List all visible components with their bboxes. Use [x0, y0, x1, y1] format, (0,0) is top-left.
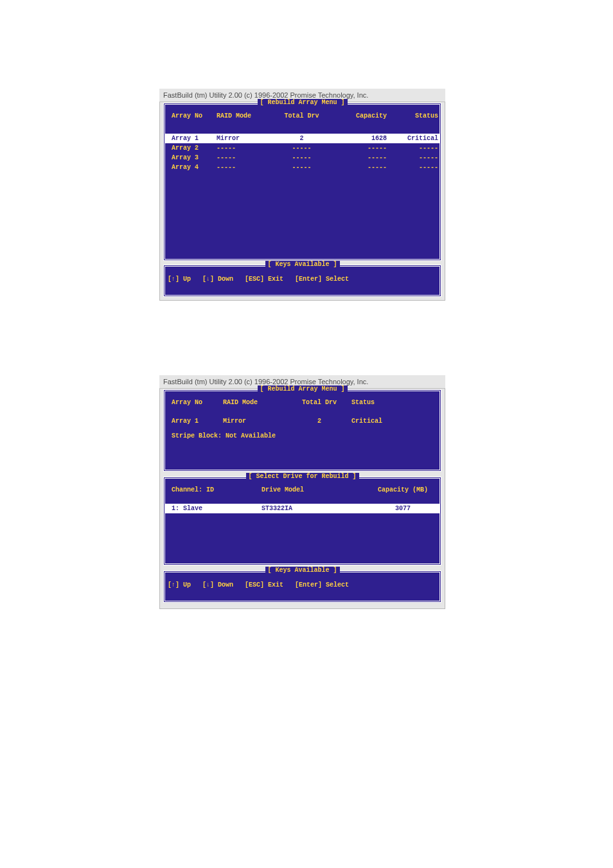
col-raid-mode: RAID Mode: [217, 112, 271, 120]
raid-mode: Mirror: [217, 135, 271, 142]
status: -----: [387, 164, 438, 171]
capacity: -----: [332, 164, 387, 171]
array-no: Array 2: [172, 145, 217, 152]
screenshot-select-drive: FastBuild (tm) Utility 2.00 (c) 1996-200…: [159, 375, 445, 609]
panel-title: [ Rebuild Array Menu ]: [257, 385, 347, 393]
panel-title: [ Keys Available ]: [265, 567, 339, 574]
capacity: 3077: [371, 505, 435, 512]
key-down: [↓] Down: [202, 581, 233, 589]
total-drv: 2: [287, 418, 351, 425]
column-headers: Array No RAID Mode Total Drv Status: [172, 398, 433, 407]
screenshot-rebuild-menu: FastBuild (tm) Utility 2.00 (c) 1996-200…: [159, 89, 445, 301]
column-headers: Array No RAID Mode Total Drv Capacity St…: [172, 111, 433, 121]
total-drv: 2: [271, 135, 332, 142]
rebuild-array-panel: [ Rebuild Array Menu ] Array No RAID Mod…: [163, 103, 441, 261]
channel: 1: Slave: [172, 505, 262, 512]
status: Critical: [387, 135, 438, 142]
col-model: Drive Model: [262, 486, 371, 493]
keys-panel: [ Keys Available ] [↑] Up [↓] Down [ESC]…: [163, 265, 441, 297]
column-headers: Channel: ID Drive Model Capacity (MB): [172, 485, 433, 495]
raid-mode: -----: [217, 164, 271, 171]
status: -----: [387, 145, 438, 152]
col-status: Status: [351, 399, 416, 406]
col-capacity: Capacity (MB): [371, 486, 435, 493]
col-total-drv: Total Drv: [287, 399, 351, 406]
key-enter: [Enter] Select: [295, 276, 349, 283]
capacity: 1628: [332, 135, 387, 142]
total-drv: -----: [271, 145, 332, 152]
rebuild-array-panel: [ Rebuild Array Menu ] Array No RAID Mod…: [163, 389, 441, 472]
array-no: Array 1: [172, 135, 217, 142]
total-drv: -----: [271, 154, 332, 161]
panel-title: [ Keys Available ]: [265, 261, 339, 268]
col-array-no: Array No: [172, 399, 223, 406]
key-esc: [ESC] Exit: [245, 581, 283, 589]
drive-row[interactable]: 1: Slave ST3322IA 3077: [165, 504, 440, 513]
status: Critical: [351, 418, 416, 425]
keys-panel: [ Keys Available ] [↑] Up [↓] Down [ESC]…: [163, 571, 441, 603]
col-capacity: Capacity: [332, 112, 387, 120]
array-row-1[interactable]: Array 1 Mirror 2 1628 Critical: [165, 134, 440, 143]
array-no: Array 1: [172, 418, 223, 425]
col-total-drv: Total Drv: [271, 112, 332, 120]
key-enter: [Enter] Select: [295, 581, 349, 589]
col-array-no: Array No: [172, 112, 217, 120]
array-no: Array 4: [172, 164, 217, 171]
panel-title: [ Rebuild Array Menu ]: [257, 99, 347, 106]
raid-mode: -----: [217, 145, 271, 152]
key-esc: [ESC] Exit: [245, 276, 283, 283]
array-row-3[interactable]: Array 3 ----- ----- ----- -----: [172, 153, 433, 163]
col-raid-mode: RAID Mode: [223, 399, 287, 406]
array-row-2[interactable]: Array 2 ----- ----- ----- -----: [172, 143, 433, 153]
col-channel: Channel: ID: [172, 486, 262, 493]
model: ST3322IA: [262, 505, 371, 512]
panel-title: [ Select Drive for Rebuild ]: [245, 473, 359, 480]
array-no: Array 3: [172, 154, 217, 161]
raid-mode: -----: [217, 154, 271, 161]
key-up: [↑] Up: [168, 276, 191, 283]
key-up: [↑] Up: [168, 581, 191, 589]
total-drv: -----: [271, 164, 332, 171]
key-down: [↓] Down: [202, 276, 233, 283]
select-drive-panel: [ Select Drive for Rebuild ] Channel: ID…: [163, 477, 441, 565]
status: -----: [387, 154, 438, 161]
col-status: Status: [387, 112, 438, 120]
array-row[interactable]: Array 1 Mirror 2 Critical: [172, 416, 433, 426]
raid-mode: Mirror: [223, 418, 287, 425]
capacity: -----: [332, 145, 387, 152]
stripe-block-note: Stripe Block: Not Available: [172, 426, 433, 439]
array-row-4[interactable]: Array 4 ----- ----- ----- -----: [172, 163, 433, 172]
capacity: -----: [332, 154, 387, 161]
